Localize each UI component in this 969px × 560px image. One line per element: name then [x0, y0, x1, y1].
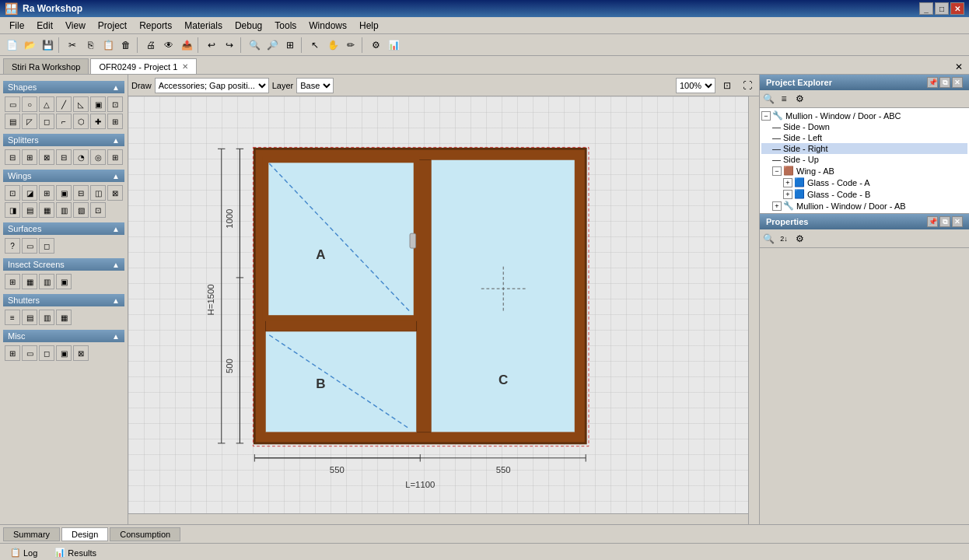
shape-rect2[interactable]: ▣	[90, 96, 106, 112]
splitters-header[interactable]: Splitters ▲	[3, 134, 124, 146]
shape-circle[interactable]: ○	[22, 96, 37, 112]
minimize-button[interactable]: _	[919, 2, 933, 15]
shutter-1[interactable]: ≡	[5, 310, 20, 325]
split-t[interactable]: ⊟	[56, 149, 72, 165]
export-button[interactable]: 📤	[178, 37, 195, 54]
surface-3[interactable]: ◻	[39, 238, 54, 254]
shape-diag[interactable]: ◺	[73, 96, 89, 112]
wings-header[interactable]: Wings ▲	[3, 170, 124, 182]
wing-13[interactable]: ⊡	[90, 202, 106, 218]
menu-help[interactable]: Help	[353, 19, 385, 33]
zoom-fullscreen-button[interactable]: ⛶	[739, 77, 756, 94]
shape-hex[interactable]: ⬡	[73, 114, 89, 129]
tree-item-side-right[interactable]: — Side - Right	[761, 143, 967, 154]
zoom-fit-button[interactable]: ⊡	[719, 77, 736, 94]
wing-9[interactable]: ▤	[22, 202, 37, 218]
menu-edit[interactable]: Edit	[30, 19, 59, 33]
maximize-button[interactable]: □	[935, 2, 949, 15]
tree-expand-wing[interactable]: −	[772, 166, 782, 176]
paste-button[interactable]: 📋	[100, 37, 117, 54]
wing-7[interactable]: ⊠	[107, 185, 123, 201]
surface-2[interactable]: ▭	[22, 238, 37, 254]
menu-reports[interactable]: Reports	[133, 19, 178, 33]
undo-button[interactable]: ↩	[203, 37, 220, 54]
tab-close-icon[interactable]: ✕	[182, 62, 188, 71]
shutters-header[interactable]: Shutters ▲	[3, 294, 124, 306]
wing-5[interactable]: ⊟	[73, 185, 89, 201]
pe-pin-button[interactable]: 📌	[927, 77, 938, 88]
layer-select[interactable]: Base	[296, 78, 334, 93]
tree-item-mullion-ab[interactable]: + 🔧 Mullion - Window / Door - AB	[761, 200, 967, 212]
pe-close-button[interactable]: ✕	[952, 77, 963, 88]
props-float-button[interactable]: ⧉	[939, 216, 950, 227]
shape-rect5[interactable]: ◻	[39, 114, 54, 129]
misc-header[interactable]: Misc ▲	[3, 330, 124, 342]
screen-4[interactable]: ▣	[56, 274, 72, 289]
close-all-tabs-button[interactable]: ✕	[952, 60, 966, 74]
menu-debug[interactable]: Debug	[229, 19, 268, 33]
surfaces-header[interactable]: Surfaces ▲	[3, 222, 124, 235]
copy-button[interactable]: ⎘	[82, 37, 99, 54]
shape-line[interactable]: ╱	[56, 96, 72, 112]
log-button[interactable]: 📋 Log	[3, 545, 44, 560]
split-v[interactable]: ⊞	[22, 149, 37, 165]
misc-3[interactable]: ◻	[39, 345, 54, 361]
menu-project[interactable]: Project	[92, 19, 133, 33]
tree-item-side-down[interactable]: — Side - Down	[761, 121, 967, 132]
shutter-2[interactable]: ▤	[22, 310, 37, 325]
tree-item-mullion-abc[interactable]: − 🔧 Mullion - Window / Door - ABC	[761, 110, 967, 121]
shapes-header[interactable]: Shapes ▲	[3, 81, 124, 93]
tab-summary[interactable]: Summary	[3, 527, 60, 541]
redo-button[interactable]: ↪	[221, 37, 238, 54]
zoom-out-button[interactable]: 🔎	[264, 37, 281, 54]
wing-8[interactable]: ◨	[5, 202, 20, 218]
menu-windows[interactable]: Windows	[303, 19, 353, 33]
tree-item-glass-b[interactable]: + 🟦 Glass - Code - B	[761, 188, 967, 200]
shape-tri2[interactable]: ◸	[22, 114, 37, 129]
props-btn3[interactable]: ⚙	[792, 232, 806, 246]
zoom-select[interactable]: 100%	[676, 78, 715, 93]
delete-button[interactable]: 🗑	[117, 37, 135, 54]
split-hv[interactable]: ⊠	[39, 149, 54, 165]
screen-1[interactable]: ⊞	[5, 274, 20, 289]
tree-toolbar-btn3[interactable]: ⚙	[792, 92, 806, 106]
tree-expand-mullion-ab[interactable]: +	[772, 201, 782, 211]
shape-step[interactable]: ⌐	[56, 114, 72, 129]
shape-cross[interactable]: ✚	[90, 114, 106, 129]
canvas-content[interactable]: 1000 H=1500 500	[128, 96, 759, 524]
wing-3[interactable]: ⊞	[39, 185, 54, 201]
tree-toolbar-btn2[interactable]: ≡	[777, 92, 791, 106]
menu-view[interactable]: View	[59, 19, 92, 33]
misc-1[interactable]: ⊞	[5, 345, 20, 361]
shape-triangle[interactable]: △	[39, 96, 54, 112]
wing-11[interactable]: ▥	[56, 202, 72, 218]
shape-rect4[interactable]: ▤	[5, 114, 20, 129]
misc-5[interactable]: ⊠	[73, 345, 89, 361]
shutter-4[interactable]: ▦	[56, 310, 72, 325]
props-btn2[interactable]: 2↓	[777, 232, 791, 246]
print-button[interactable]: 🖨	[142, 37, 159, 54]
shape-rect[interactable]: ▭	[5, 96, 20, 112]
wing-1[interactable]: ⊡	[5, 185, 20, 201]
accessories-select[interactable]: Accessories; Gap positi...	[155, 78, 269, 93]
screen-2[interactable]: ▦	[22, 274, 37, 289]
print-preview-button[interactable]: 👁	[160, 37, 177, 54]
tool-move[interactable]: ✋	[324, 37, 341, 54]
shutter-3[interactable]: ▥	[39, 310, 54, 325]
menu-file[interactable]: File	[3, 19, 30, 33]
tab-stiri[interactable]: Stiri Ra Workshop	[3, 58, 89, 74]
screen-3[interactable]: ▥	[39, 274, 54, 289]
misc-2[interactable]: ▭	[22, 345, 37, 361]
new-button[interactable]: 📄	[3, 37, 20, 54]
tool-select[interactable]: ↖	[306, 37, 324, 54]
wing-2[interactable]: ◪	[22, 185, 37, 201]
tree-expand-icon[interactable]: −	[761, 111, 771, 121]
vertical-scrollbar[interactable]	[748, 96, 759, 524]
wing-6[interactable]: ◫	[90, 185, 106, 201]
tree-expand-glass-b[interactable]: +	[783, 190, 792, 199]
split-grid[interactable]: ⊞	[107, 149, 123, 165]
shape-plus[interactable]: ⊞	[107, 114, 123, 129]
tab-project[interactable]: OFR0249 - Project 1 ✕	[90, 58, 197, 74]
menu-tools[interactable]: Tools	[268, 19, 303, 33]
split-arc[interactable]: ◔	[73, 149, 89, 165]
